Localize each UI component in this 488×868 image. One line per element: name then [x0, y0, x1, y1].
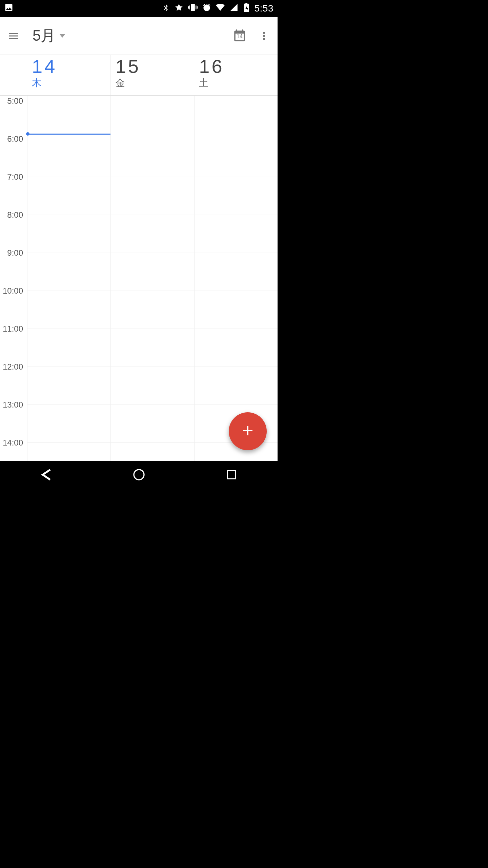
battery-charging-icon [243, 3, 250, 15]
wifi-icon [216, 3, 225, 14]
day-weekday: 金 [116, 77, 189, 90]
home-button[interactable] [125, 465, 152, 485]
star-icon [175, 3, 183, 14]
hour-label: 5:00 [7, 96, 23, 106]
hour-label: 11:00 [3, 324, 23, 334]
hour-label: 8:00 [7, 210, 23, 220]
chevron-down-icon [60, 34, 65, 38]
today-badge: 14 [237, 34, 243, 40]
calendar-app: 5月 14 14 木 15 金 16 [0, 17, 278, 461]
recents-button[interactable] [218, 465, 245, 485]
hour-label: 12:00 [3, 362, 23, 372]
day-number: 15 [116, 57, 189, 76]
svg-point-0 [134, 470, 144, 480]
bluetooth-icon [162, 3, 170, 14]
day-weekday: 木 [32, 77, 106, 90]
month-label: 5月 [33, 26, 56, 46]
overflow-menu-button[interactable] [256, 28, 272, 44]
today-button[interactable]: 14 [231, 28, 248, 44]
hour-label: 7:00 [7, 172, 23, 182]
day-header[interactable]: 14 木 [27, 55, 111, 95]
now-indicator-dot [26, 132, 29, 136]
menu-button[interactable] [5, 28, 22, 44]
time-gutter: 5:00 6:00 7:00 8:00 9:00 10:00 11:00 12:… [0, 96, 27, 461]
month-selector[interactable]: 5月 [33, 26, 65, 46]
svg-rect-1 [227, 471, 236, 479]
day-headers: 14 木 15 金 16 土 [0, 55, 278, 96]
hour-label: 9:00 [7, 248, 23, 258]
day-header[interactable]: 15 金 [111, 55, 195, 95]
day-column[interactable] [194, 96, 278, 461]
toolbar: 5月 14 [0, 17, 278, 55]
picture-icon [4, 3, 14, 15]
hour-label: 6:00 [7, 134, 23, 144]
time-gutter-header [0, 55, 27, 95]
add-event-button[interactable] [229, 412, 267, 450]
plus-icon [240, 422, 256, 440]
day-weekday: 土 [199, 77, 273, 90]
status-bar: 5:53 [0, 0, 278, 17]
day-number: 16 [199, 57, 273, 76]
day-header[interactable]: 16 土 [194, 55, 278, 95]
calendar-grid[interactable]: 5:00 6:00 7:00 8:00 9:00 10:00 11:00 12:… [0, 96, 278, 461]
hour-label: 10:00 [3, 286, 23, 296]
alarm-icon [202, 3, 211, 14]
status-clock: 5:53 [255, 3, 274, 14]
vibrate-icon [188, 3, 198, 15]
hour-label: 13:00 [3, 400, 23, 410]
hour-label: 14:00 [3, 438, 23, 448]
day-column[interactable] [27, 96, 110, 461]
navigation-bar [0, 461, 278, 488]
back-button[interactable] [33, 465, 60, 485]
day-number: 14 [32, 57, 106, 76]
now-indicator [27, 134, 110, 135]
day-column[interactable] [110, 96, 194, 461]
cell-signal-icon [229, 3, 238, 14]
